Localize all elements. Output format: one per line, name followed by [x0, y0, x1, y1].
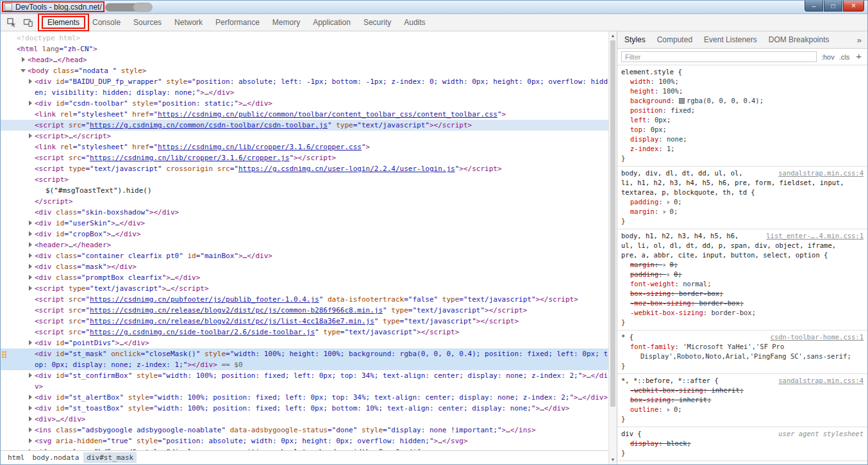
dom-node[interactable]: <div id="st_mask" onclick="closeMask()" …	[1, 348, 608, 370]
css-property[interactable]: font-family: 'Microsoft YaHei','SF Pro D…	[621, 342, 864, 361]
resource-link[interactable]: https://csdnimg.cn/release/blogv2/dist/p…	[90, 306, 383, 314]
dom-node[interactable]: <ins class="adsbygoogle adsbygoogle-noab…	[1, 425, 608, 436]
expand-arrow-icon[interactable]	[21, 56, 28, 63]
close-button[interactable]: ×	[843, 1, 864, 12]
dom-node[interactable]: <div class="mask"></div>	[1, 261, 608, 272]
dom-node[interactable]: <script src="https://csdnimg.cn/release/…	[1, 305, 608, 316]
expand-arrow-icon[interactable]	[28, 394, 35, 400]
dom-node[interactable]: <header>…</header>	[1, 240, 608, 250]
expand-shorthand-icon[interactable]	[667, 273, 672, 277]
inspect-icon[interactable]	[3, 15, 20, 30]
device-toolbar-icon[interactable]	[20, 15, 37, 30]
expand-arrow-icon[interactable]	[28, 427, 35, 433]
dom-node[interactable]: <html lang="zh-CN">	[1, 44, 608, 54]
stylesheet-link[interactable]: sandalstrap.min.css:4	[778, 376, 864, 386]
dom-node[interactable]: <div>…</div>	[1, 414, 608, 425]
dom-scrollbar[interactable]: ▲ ▼	[608, 31, 617, 464]
dom-node[interactable]: <div id="userSkin">…</div>	[1, 218, 608, 229]
resource-link[interactable]: https://g.csdnimg.cn/user-login/2.2.4/us…	[238, 165, 455, 173]
maximize-button[interactable]: □	[824, 1, 842, 12]
expand-arrow-icon[interactable]	[28, 100, 35, 106]
css-property[interactable]: padding: 0;	[621, 270, 864, 279]
css-property[interactable]: -moz-box-sizing: border-box;	[621, 298, 864, 308]
dom-node[interactable]: <script src="https://csdnimg.cn/pubfoote…	[1, 294, 608, 305]
css-property[interactable]: z-index: 1;	[621, 144, 864, 154]
dom-node[interactable]: <link rel="stylesheet" href="https://csd…	[1, 142, 608, 152]
dom-node[interactable]: <script type="text/javascript" crossorig…	[1, 163, 608, 174]
dom-node[interactable]: <iframe class="bdSug_sd" style="display:…	[1, 446, 608, 450]
scroll-down-arrow-icon[interactable]: ▼	[609, 456, 617, 464]
expand-arrow-icon[interactable]	[28, 78, 35, 85]
css-property[interactable]: outline: 0;	[621, 405, 864, 414]
expand-arrow-icon[interactable]	[28, 220, 35, 226]
hover-state-toggle[interactable]: :hov	[821, 53, 835, 61]
tab-sources[interactable]: Sources	[127, 14, 168, 31]
dom-node[interactable]: <!doctype html>	[1, 33, 608, 44]
dom-node[interactable]: <link rel="stylesheet" href="https://csd…	[1, 109, 608, 120]
dom-node[interactable]: $("#msgToastText").hide()	[1, 185, 608, 196]
breadcrumb-html[interactable]: html	[4, 452, 28, 463]
css-property[interactable]: display: block;	[621, 439, 864, 448]
tab-console[interactable]: Console	[86, 14, 127, 31]
expand-arrow-icon[interactable]	[28, 339, 35, 346]
stylesheet-link[interactable]: sandalstrap.min.css:4	[778, 168, 864, 178]
dom-node[interactable]: </script>	[1, 196, 608, 207]
css-property[interactable]: font-weight: normal;	[621, 279, 864, 289]
expand-arrow-icon[interactable]	[28, 416, 35, 422]
resource-link[interactable]: https://csdnimg.cn/public/common/toolbar…	[158, 110, 497, 118]
tab-network[interactable]: Network	[168, 14, 209, 31]
dom-node[interactable]: <div id="st_confirmBox" style="width: 10…	[1, 370, 608, 392]
dom-node[interactable]: <body class="nodata " style>	[1, 65, 608, 76]
stylesheet-link[interactable]: csdn-toolbar-home.css:1	[771, 332, 864, 342]
dom-node[interactable]: <div id="BAIDU_DUP_fp_wrapper" style="po…	[1, 76, 608, 98]
expand-arrow-icon[interactable]	[28, 372, 35, 379]
dom-node[interactable]: <div class="container clearfix pt0" id="…	[1, 250, 608, 261]
more-tabs-icon[interactable]: »	[851, 35, 867, 45]
css-property[interactable]: -webkit-box-sizing: inherit;	[621, 386, 864, 395]
breadcrumb-div-st-mask[interactable]: div#st_mask	[83, 452, 137, 463]
css-property[interactable]: display: none;	[621, 135, 864, 144]
dom-node[interactable]: <script>…</script>	[1, 131, 608, 142]
tab-event-listeners[interactable]: Event Listeners	[698, 35, 763, 44]
dom-node[interactable]: <div id="cropBox">…</div>	[1, 229, 608, 240]
resource-link[interactable]: https://csdnimg.cn/release/blogv2/dist/p…	[90, 317, 374, 325]
expand-shorthand-icon[interactable]	[667, 408, 672, 412]
css-property[interactable]: background: rgba(0, 0, 0, 0.4);	[621, 96, 864, 106]
css-property[interactable]: position: fixed;	[621, 106, 864, 115]
tab-styles[interactable]: Styles	[619, 35, 651, 44]
element-classes-toggle[interactable]: .cls	[839, 53, 850, 61]
dom-node[interactable]: <div class="skin-boxshadow"></div>	[1, 207, 608, 218]
new-style-rule-button[interactable]: +	[854, 51, 864, 63]
css-property[interactable]: box-sizing: inherit;	[621, 395, 864, 405]
breadcrumb-body-nodata[interactable]: body.nodata	[29, 452, 83, 463]
css-property[interactable]: top: 0px;	[621, 125, 864, 135]
dom-node[interactable]: <script src="https://csdnimg.cn/lib/crop…	[1, 152, 608, 163]
resource-link[interactable]: https://csdnimg.cn/lib/cropper/3.1.6/cro…	[158, 143, 362, 151]
expand-arrow-icon[interactable]	[28, 285, 35, 291]
dom-node[interactable]: <script src="https://g.csdnimg.cn/side-t…	[1, 327, 608, 338]
expand-arrow-icon[interactable]	[28, 263, 35, 270]
dom-node[interactable]: <div id="pointDivs">…</div>	[1, 338, 608, 348]
tab-memory[interactable]: Memory	[266, 14, 306, 31]
title-bar[interactable]: DevTools - blog.csdn.net/ – □ ×	[1, 1, 867, 14]
dom-node[interactable]: <div class="promptBox clearfix">…</div>	[1, 272, 608, 283]
expand-arrow-icon[interactable]	[28, 448, 35, 450]
css-property[interactable]: width: 100%;	[621, 77, 864, 86]
resource-link[interactable]: https://csdnimg.cn/lib/cropper/3.1.6/cro…	[90, 154, 289, 162]
expand-arrow-icon[interactable]	[28, 133, 35, 139]
expand-arrow-icon[interactable]	[28, 231, 35, 237]
expand-arrow-icon[interactable]	[28, 405, 35, 411]
dom-node[interactable]: <head>…</head>	[1, 54, 608, 65]
collapse-arrow-icon[interactable]	[21, 67, 28, 74]
scroll-up-arrow-icon[interactable]: ▲	[609, 32, 617, 40]
scrollbar-thumb[interactable]	[610, 40, 615, 407]
expand-shorthand-icon[interactable]	[664, 263, 668, 267]
css-property[interactable]: margin: 0;	[621, 207, 864, 216]
resource-link[interactable]: https://g.csdnimg.cn/side-toolbar/2.6/si…	[90, 328, 315, 336]
tab-computed[interactable]: Computed	[651, 35, 698, 44]
minimize-button[interactable]: –	[805, 1, 823, 12]
css-property[interactable]: padding: 0;	[621, 197, 864, 207]
dom-node[interactable]: <script src="https://g.csdnimg.cn/common…	[1, 120, 608, 131]
dom-node[interactable]: <div id="st_alertBox" style="width: 100%…	[1, 392, 608, 403]
css-property[interactable]: -webkit-box-sizing: border-box;	[621, 308, 864, 318]
